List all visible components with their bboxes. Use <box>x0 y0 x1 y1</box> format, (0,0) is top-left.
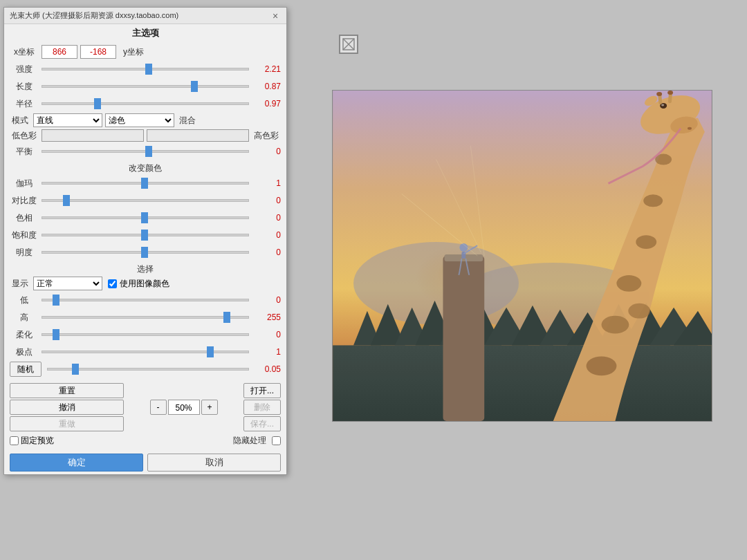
zoom-plus-button[interactable]: + <box>201 400 218 415</box>
length-label: 长度 <box>10 81 39 93</box>
use-image-color-label: 使用图像颜色 <box>120 278 169 290</box>
length-slider[interactable] <box>42 81 249 92</box>
filter-select[interactable]: 滤色 <box>105 113 174 127</box>
use-image-color-checkbox[interactable]: 使用图像颜色 <box>108 278 169 290</box>
mix-label: 混合 <box>177 115 198 127</box>
strength-slider[interactable] <box>42 64 249 75</box>
zoom-percent: 50% <box>168 400 200 415</box>
fix-preview-check[interactable] <box>10 436 19 445</box>
saturation-value: 0 <box>252 230 281 240</box>
panel-content: x坐标 y坐标 强度 2.21 长度 0.87 <box>4 42 286 382</box>
pole-value: 1 <box>252 347 281 357</box>
display-row: 显示 正常 使用图像颜色 <box>10 277 281 290</box>
hue-slider[interactable] <box>42 212 249 223</box>
footer-row: 固定预览 隐藏处理 <box>4 433 286 449</box>
confirm-button[interactable]: 确定 <box>10 454 143 472</box>
cancel-button[interactable]: 取消 <box>147 454 281 472</box>
color-row: 低色彩 高色彩 <box>10 129 281 142</box>
display-select[interactable]: 正常 <box>33 277 102 290</box>
radius-slider[interactable] <box>42 98 249 109</box>
gamma-slider[interactable] <box>42 178 249 189</box>
soften-slider[interactable] <box>42 329 249 340</box>
image-icon-placeholder <box>339 35 358 54</box>
gamma-label: 伽玛 <box>10 178 39 189</box>
giraffe-scene <box>333 91 712 421</box>
high-value: 255 <box>252 312 281 322</box>
high-slider-row: 高 255 <box>10 310 281 325</box>
undo-button[interactable]: 撤消 <box>10 400 124 415</box>
x-coord-input2[interactable] <box>80 45 116 59</box>
soften-value: 0 <box>252 330 281 339</box>
balance-label: 平衡 <box>10 146 39 158</box>
low-label: 低 <box>10 295 39 306</box>
length-row: 长度 0.87 <box>10 79 281 94</box>
hide-process-check[interactable] <box>272 436 281 445</box>
soften-label: 柔化 <box>10 329 39 341</box>
balance-value: 0 <box>252 147 281 156</box>
pole-label: 极点 <box>10 346 39 358</box>
mode-select[interactable]: 直线 <box>33 113 102 127</box>
pole-slider[interactable] <box>42 346 249 357</box>
strength-value: 2.21 <box>252 64 281 74</box>
radius-value: 0.97 <box>252 99 281 109</box>
zoom-controls: - 50% + <box>127 400 241 415</box>
confirm-cancel-row: 确定 取消 <box>4 449 286 474</box>
soften-row: 柔化 0 <box>10 327 281 342</box>
radius-row: 半径 0.97 <box>10 96 281 111</box>
strength-label: 强度 <box>10 64 39 75</box>
gamma-row: 伽玛 1 <box>10 176 281 191</box>
main-window: 光束大师 (大涩狸摄影后期资源 dxxsy.taobao.com) × 主选项 … <box>3 7 287 475</box>
redo-button[interactable]: 重做 <box>10 416 124 431</box>
open-button[interactable]: 打开... <box>243 383 281 398</box>
random-slider[interactable] <box>47 364 249 375</box>
radius-label: 半径 <box>10 98 39 110</box>
contrast-row: 对比度 0 <box>10 193 281 208</box>
contrast-label: 对比度 <box>10 195 39 207</box>
contrast-slider[interactable] <box>42 195 249 206</box>
right-panel <box>297 7 740 553</box>
title-bar: 光束大师 (大涩狸摄影后期资源 dxxsy.taobao.com) × <box>4 8 286 24</box>
main-section-title: 主选项 <box>4 24 286 42</box>
selection-title: 选择 <box>10 262 281 277</box>
action-row: 重置 撤消 重做 - 50% + 打开... 删除 保存... <box>4 382 286 433</box>
svg-rect-48 <box>333 91 712 421</box>
random-row: 随机 0.05 <box>10 362 281 377</box>
coord-row: x坐标 y坐标 <box>10 45 281 59</box>
zoom-minus-button[interactable]: - <box>150 400 167 415</box>
brightness-slider[interactable] <box>42 247 249 258</box>
mode-row: 模式 直线 滤色 混合 <box>10 113 281 127</box>
y-coord-label: y坐标 <box>119 46 148 58</box>
brightness-value: 0 <box>252 248 281 257</box>
low-slider[interactable] <box>42 295 249 306</box>
low-slider-row: 低 0 <box>10 292 281 308</box>
hue-row: 色相 0 <box>10 210 281 225</box>
random-value: 0.05 <box>252 364 281 374</box>
save-button[interactable]: 保存... <box>243 416 281 431</box>
right-actions: 打开... 删除 保存... <box>243 383 281 431</box>
fix-preview-text: 固定预览 <box>21 435 54 447</box>
saturation-label: 饱和度 <box>10 230 39 241</box>
brightness-label: 明度 <box>10 247 39 259</box>
x-coord-label: x坐标 <box>10 46 39 58</box>
pole-row: 极点 1 <box>10 344 281 360</box>
saturation-slider[interactable] <box>42 230 249 241</box>
use-image-color-check[interactable] <box>108 279 117 288</box>
low-color-box2[interactable] <box>147 129 249 142</box>
reset-button[interactable]: 重置 <box>10 383 124 398</box>
change-color-title: 改变颜色 <box>10 161 281 176</box>
balance-row: 平衡 0 <box>10 144 281 159</box>
delete-button[interactable]: 删除 <box>243 400 281 415</box>
strength-row: 强度 2.21 <box>10 62 281 77</box>
random-button[interactable]: 随机 <box>10 362 42 377</box>
low-color-box[interactable] <box>42 129 144 142</box>
close-button[interactable]: × <box>270 10 281 21</box>
x-coord-input1[interactable] <box>42 45 77 59</box>
hue-value: 0 <box>252 213 281 223</box>
balance-slider[interactable] <box>42 146 249 157</box>
display-label: 显示 <box>10 278 30 290</box>
brightness-row: 明度 0 <box>10 245 281 260</box>
high-slider[interactable] <box>42 312 249 323</box>
high-label: 高 <box>10 312 39 324</box>
gamma-value: 1 <box>252 178 281 188</box>
fix-preview-label[interactable]: 固定预览 <box>10 435 54 447</box>
